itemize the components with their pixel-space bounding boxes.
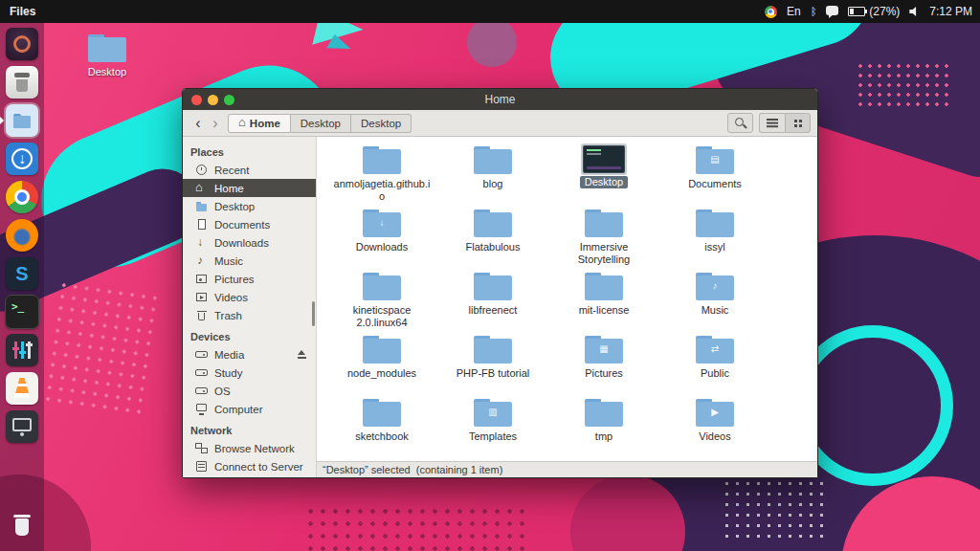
sidebar-item-trash[interactable]: Trash (183, 306, 316, 324)
drive-icon (195, 366, 208, 379)
server-icon (195, 460, 208, 473)
sidebar-item-home[interactable]: Home (183, 179, 316, 197)
close-button[interactable] (191, 95, 202, 105)
file-label: PHP-FB tutorial (457, 367, 529, 380)
launcher-item-vlc[interactable] (0, 369, 44, 408)
sidebar-item-media[interactable]: Media (183, 345, 316, 364)
file-item-documents[interactable]: ▤Documents (659, 143, 770, 206)
launcher-item-dash[interactable] (0, 25, 44, 63)
file-item-issyl[interactable]: issyl (659, 206, 770, 269)
file-item-mit-license[interactable]: mit-license (548, 269, 659, 332)
view-toggle-group (759, 113, 811, 133)
file-item-music[interactable]: ♪Music (659, 269, 770, 332)
file-item-kineticspace-2-0-linux64[interactable]: kineticspace 2.0.linux64 (326, 269, 437, 332)
launcher-item-terminal[interactable] (0, 293, 44, 331)
breadcrumb-home[interactable]: ⌂Home (228, 114, 291, 133)
sidebar-item-music[interactable]: Music (183, 252, 316, 270)
file-label: Documents (688, 178, 742, 190)
search-button[interactable] (727, 113, 753, 133)
keyboard-indicator[interactable]: En (787, 5, 801, 18)
launcher-item-downloader[interactable] (0, 140, 44, 178)
messaging-icon[interactable] (826, 6, 838, 15)
file-item-tmp[interactable]: tmp (548, 395, 659, 458)
folder-icon (585, 399, 623, 427)
list-view-button[interactable] (759, 113, 785, 133)
file-item-anmoljagetia-github-io[interactable]: anmoljagetia.github.io (326, 143, 437, 206)
sidebar-item-downloads[interactable]: Downloads (183, 233, 316, 252)
launcher-item-skype[interactable] (0, 254, 44, 293)
folder-icon: ▤ (696, 146, 734, 174)
file-item-pictures[interactable]: ▦Pictures (548, 332, 659, 395)
file-item-blog[interactable]: blog (437, 143, 548, 206)
sidebar-item-connect-to-server[interactable]: Connect to Server (183, 457, 316, 475)
launcher-items (0, 25, 44, 446)
clock[interactable]: 7:12 PM (929, 5, 972, 18)
launcher-item-trash[interactable] (0, 505, 44, 543)
sidebar-item-computer[interactable]: Computer (183, 400, 316, 418)
sidebar-item-browse-network[interactable]: Browse Network (183, 439, 316, 457)
launcher-item-firefox[interactable] (0, 216, 44, 254)
sidebar-header-network: Network (183, 418, 316, 439)
chrome-icon (6, 181, 38, 213)
window-controls (191, 89, 234, 110)
files-grid: anmoljagetia.github.ioblogDesktop▤Docume… (317, 137, 817, 461)
vlc-icon (6, 372, 38, 405)
content-area: anmoljagetia.github.ioblogDesktop▤Docume… (317, 137, 817, 477)
file-item-flatabulous[interactable]: Flatabulous (437, 206, 548, 269)
folder-icon: ▦ (585, 336, 623, 364)
sidebar-item-desktop[interactable]: Desktop (183, 197, 316, 215)
folder-icon (585, 273, 623, 300)
sidebar-item-videos[interactable]: Videos (183, 288, 316, 306)
breadcrumb-desktop[interactable]: Desktop (351, 114, 412, 133)
file-item-desktop[interactable]: Desktop (548, 143, 659, 206)
folder-icon: ♪ (696, 273, 734, 300)
file-item-public[interactable]: ⇄Public (659, 332, 770, 395)
file-item-downloads[interactable]: ↓Downloads (326, 206, 437, 269)
sidebar-item-pictures[interactable]: Pictures (183, 270, 316, 288)
launcher-item-recorder[interactable] (0, 408, 44, 446)
eject-icon[interactable] (296, 348, 308, 361)
folder-icon: ▥ (474, 399, 512, 427)
battery-indicator[interactable]: (27%) (848, 5, 900, 18)
desktop-icon-label: Desktop (88, 66, 126, 77)
launcher-item-files[interactable] (0, 101, 44, 140)
sidebar-item-label: Documents (214, 219, 270, 231)
chrome-indicator-icon[interactable] (765, 6, 777, 18)
sidebar-item-os[interactable]: OS (183, 382, 316, 400)
minimize-button[interactable] (208, 95, 218, 105)
top-panel: Files En ᛒ (27%) 7:12 PM (0, 0, 980, 23)
sidebar-item-documents[interactable]: Documents (183, 215, 316, 233)
sidebar-item-recent[interactable]: Recent (183, 161, 316, 179)
toolbar: ‹ › ⌂HomeDesktopDesktop (183, 110, 817, 137)
back-button[interactable]: ‹ (189, 111, 207, 136)
sidebar-item-label: Study (214, 367, 242, 379)
sidebar-scrollbar-thumb[interactable] (312, 301, 315, 326)
launcher-item-wastebasket[interactable] (0, 63, 44, 101)
breadcrumb-desktop[interactable]: Desktop (291, 114, 351, 133)
file-item-templates[interactable]: ▥Templates (437, 395, 548, 458)
grid-view-button[interactable] (785, 113, 811, 133)
window-titlebar[interactable]: Home (183, 89, 817, 110)
launcher-item-mixer[interactable] (0, 331, 44, 369)
file-item-sketchbook[interactable]: sketchbook (326, 395, 437, 458)
maximize-button[interactable] (224, 95, 234, 105)
desktop-icon-desktop[interactable]: Desktop (82, 34, 132, 77)
file-item-node-modules[interactable]: node_modules (326, 332, 437, 395)
folder-icon (363, 146, 401, 174)
volume-icon[interactable] (909, 7, 920, 17)
file-item-videos[interactable]: ▶Videos (659, 395, 770, 458)
file-item-libfreenect[interactable]: libfreenect (437, 269, 548, 332)
forward-button[interactable]: › (207, 111, 224, 136)
file-label: Immersive Storytelling (554, 241, 654, 265)
file-item-immersive-storytelling[interactable]: Immersive Storytelling (548, 206, 659, 269)
sidebar-item-study[interactable]: Study (183, 364, 316, 382)
skype-icon (6, 257, 38, 290)
app-menu-title[interactable]: Files (10, 5, 35, 18)
file-label: Public (701, 367, 729, 380)
launcher-item-chrome[interactable] (0, 178, 44, 216)
sidebar-item-label: OS (214, 386, 231, 397)
grid-view-icon (792, 118, 804, 128)
bluetooth-icon[interactable]: ᛒ (811, 7, 817, 17)
file-item-php-fb-tutorial[interactable]: PHP-FB tutorial (437, 332, 548, 395)
file-label: Videos (699, 430, 730, 443)
